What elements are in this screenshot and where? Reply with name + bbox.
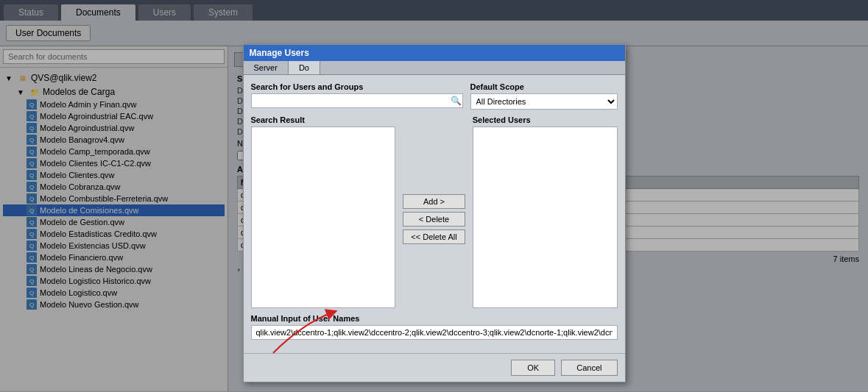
search-users-input[interactable]: [251, 93, 463, 108]
search-result-panel: Search Result: [251, 115, 396, 308]
search-field-wrapper: 🔍: [251, 93, 463, 108]
modal-body: Search for Users and Groups 🔍 Default Sc…: [244, 75, 625, 353]
modal-tabs: Server Do: [244, 61, 625, 75]
manual-input[interactable]: [251, 325, 618, 340]
manual-section: Manual Input of User Names: [251, 314, 618, 340]
scope-select[interactable]: All DirectoriesLocal: [470, 93, 618, 110]
modal-tab-do[interactable]: Do: [289, 61, 320, 74]
delete-all-button[interactable]: << Delete All: [403, 229, 465, 244]
ok-button[interactable]: OK: [511, 360, 555, 376]
search-result-label: Search Result: [251, 115, 396, 124]
search-label: Search for Users and Groups: [251, 82, 463, 91]
modal-tab-server[interactable]: Server: [244, 61, 289, 74]
form-left: Search for Users and Groups 🔍: [251, 82, 463, 110]
action-buttons: Add > < Delete << Delete All: [403, 115, 465, 308]
manage-users-modal: Manage Users Server Do Search for Users …: [243, 44, 626, 382]
cancel-button[interactable]: Cancel: [561, 360, 617, 376]
modal-footer: OK Cancel: [244, 353, 625, 382]
modal-overlay: Manage Users Server Do Search for Users …: [0, 0, 868, 392]
results-section: Search Result Add > < Delete << Delete A…: [251, 115, 618, 308]
modal-title: Manage Users: [250, 48, 309, 58]
modal-titlebar: Manage Users: [244, 45, 625, 61]
search-result-list[interactable]: [251, 126, 396, 308]
form-section: Search for Users and Groups 🔍 Default Sc…: [251, 82, 618, 110]
selected-users-panel: Selected Users: [473, 115, 618, 308]
form-right: Default Scope All DirectoriesLocal: [470, 82, 618, 110]
scope-label: Default Scope: [470, 82, 618, 91]
manual-input-label: Manual Input of User Names: [251, 314, 618, 323]
add-button[interactable]: Add >: [403, 194, 465, 209]
selected-users-label: Selected Users: [473, 115, 618, 124]
selected-users-list[interactable]: [473, 126, 618, 308]
search-button[interactable]: 🔍: [451, 96, 462, 106]
delete-button[interactable]: < Delete: [403, 212, 465, 227]
